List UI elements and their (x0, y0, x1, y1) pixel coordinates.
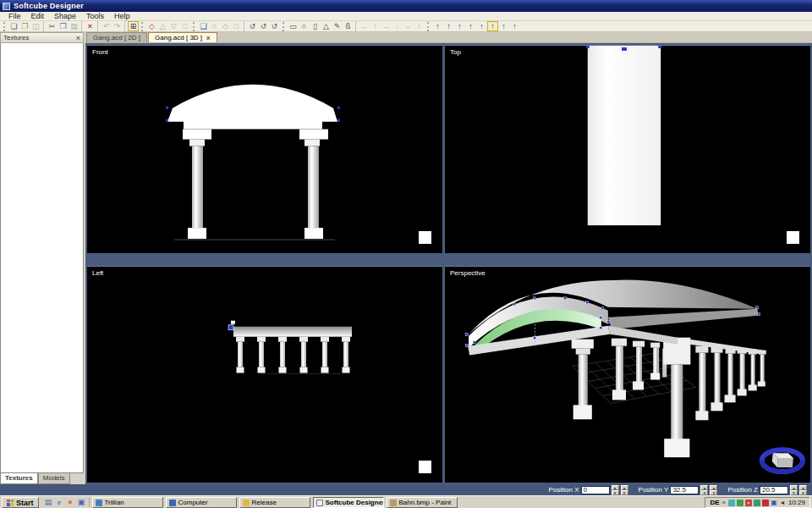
position-fine-spinner[interactable]: ▴▾ (710, 485, 717, 494)
arrow-tool-icon-8[interactable]: ↑ (509, 21, 520, 31)
show-desktop-icon[interactable]: ▤ (44, 498, 53, 507)
redo-icon[interactable]: ↷ (112, 21, 123, 31)
arrow-tool-icon-6[interactable]: ↑ (487, 21, 498, 31)
tab-gang-3d[interactable]: Gang.acd [ 3D ] x (148, 32, 217, 42)
arrow-tool-icon-1[interactable]: ↑ (432, 21, 443, 31)
toolbar-drag-handle[interactable] (283, 22, 285, 31)
align-right-icon[interactable]: → (381, 21, 392, 31)
menu-item[interactable]: Tools (81, 12, 109, 20)
tray-icon-messenger[interactable] (728, 500, 735, 506)
new-icon[interactable]: ❏ (8, 21, 19, 31)
viewport-layout-icon[interactable]: ⊞ (128, 21, 139, 31)
delete-icon[interactable]: × (85, 21, 96, 31)
arrow-tool-icon-7[interactable]: ↑ (498, 21, 509, 31)
textures-list[interactable] (0, 43, 84, 473)
position-coarse-spinner[interactable]: ▴▾ (700, 485, 708, 494)
taskbar-button-computer[interactable]: Computer (166, 497, 237, 508)
arrow-tool-icon-5[interactable]: ↑ (476, 21, 487, 31)
content-area: Textures × Textures Models Gang.acd [ 2D… (0, 32, 812, 484)
paste-icon[interactable]: ▤ (69, 21, 80, 31)
media-player-icon[interactable]: ▣ (77, 498, 86, 507)
orientation-gizmo[interactable] (762, 450, 803, 472)
viewport-perspective[interactable]: Perspective (445, 266, 810, 483)
taskbar-button-softcube-designer[interactable]: Softcube Designer (313, 497, 384, 508)
tab-textures[interactable]: Textures (0, 473, 38, 484)
align-up-icon[interactable]: ↑ (370, 21, 381, 31)
position-coarse-spinner[interactable]: ▴▾ (612, 485, 619, 494)
flip-vertical-icon[interactable]: ↕ (414, 21, 425, 31)
viewport-axis-indicator (787, 231, 799, 244)
loft-icon[interactable]: ○ (209, 21, 220, 31)
box-tool-icon[interactable]: ▭ (288, 21, 299, 31)
toolbar-drag-handle[interactable] (141, 22, 144, 31)
revolve-icon-3[interactable]: ↺ (269, 21, 280, 31)
align-left-icon[interactable]: ← (359, 21, 370, 31)
position-z[interactable] (760, 486, 788, 494)
revolve-icon-2[interactable]: ↺ (258, 21, 269, 31)
tray-collapse-icon[interactable]: « (722, 499, 726, 506)
position-coarse-spinner[interactable]: ▴▾ (790, 485, 798, 494)
arrow-tool-icon-2[interactable]: ↑ (443, 21, 454, 31)
toolbar-drag-handle[interactable] (193, 22, 195, 31)
sphere-tool-icon[interactable]: ○ (299, 21, 310, 31)
menu-item[interactable]: File (3, 12, 26, 20)
task-button-label: Bahn.bmp - Paint (399, 499, 452, 506)
text-tool-icon[interactable]: ß (343, 21, 354, 31)
menu-item[interactable]: Help (109, 12, 135, 20)
arrow-tool-icon-4[interactable]: ↑ (465, 21, 476, 31)
toolbar-drag-handle[interactable] (3, 22, 6, 31)
toolbar-drag-handle[interactable] (427, 22, 430, 31)
tab-gang-2d[interactable]: Gang.acd [ 2D ] (86, 32, 147, 42)
tray-icon-antivirus[interactable] (762, 500, 769, 506)
colonnade-columns (572, 338, 766, 457)
cylinder-tool-icon[interactable]: ▯ (310, 21, 321, 31)
volume-icon[interactable]: ◄ (779, 500, 786, 506)
tab-models[interactable]: Models (38, 473, 70, 484)
close-panel-icon[interactable]: × (76, 34, 80, 42)
position-fine-spinner[interactable]: ▴▾ (799, 485, 807, 494)
network-icon[interactable]: ▣ (771, 500, 777, 506)
cone-tool-icon[interactable]: △ (321, 21, 332, 31)
language-indicator[interactable]: DE (710, 499, 719, 506)
edit-points-icon[interactable]: ◇ (146, 21, 157, 31)
viewport-front[interactable]: Front (87, 45, 442, 253)
extrude-icon[interactable]: ❑ (198, 21, 209, 31)
close-tab-icon[interactable]: x (206, 33, 210, 43)
move-point-icon[interactable]: △ (157, 21, 168, 31)
taskbar-button-trillian[interactable]: Trillian (92, 497, 163, 508)
start-button[interactable]: Start (2, 497, 39, 508)
tray-icon-error[interactable]: × (745, 500, 752, 506)
mirror-icon[interactable]: □ (231, 21, 242, 31)
taskbar-button-paint[interactable]: Bahn.bmp - Paint (387, 497, 458, 508)
taskbar-button-release[interactable]: Release (239, 497, 310, 508)
firefox-icon[interactable]: ● (66, 498, 75, 507)
align-down-icon[interactable]: ↓ (392, 21, 403, 31)
start-button-label: Start (16, 499, 34, 507)
tray-icon-update[interactable] (737, 500, 743, 506)
save-icon[interactable]: ◫ (30, 21, 41, 31)
menu-item[interactable]: Shape (49, 12, 81, 20)
clock[interactable]: 10:29 (788, 499, 805, 506)
undo-icon[interactable]: ↶ (101, 21, 112, 31)
windows-logo-icon (7, 500, 14, 506)
insert-point-icon[interactable]: ▽ (168, 21, 179, 31)
draw-tool-icon[interactable]: ✎ (332, 21, 343, 31)
tray-icon-tool[interactable] (754, 500, 760, 506)
internet-explorer-icon[interactable]: e (55, 498, 64, 507)
revolve-icon-1[interactable]: ↺ (247, 21, 258, 31)
sweep-icon[interactable]: ◇ (220, 21, 231, 31)
position-y[interactable] (670, 486, 699, 494)
delete-point-icon[interactable]: □ (179, 21, 190, 31)
copy-icon[interactable]: ❒ (58, 21, 69, 31)
position-fine-spinner[interactable]: ▴▾ (621, 485, 628, 494)
cut-icon[interactable]: ✂ (47, 21, 58, 31)
task-button-icon (243, 500, 250, 506)
arrow-tool-icon-3[interactable]: ↑ (454, 21, 465, 31)
flip-horizontal-icon[interactable]: ↔ (403, 21, 414, 31)
position-x[interactable] (581, 486, 610, 494)
menu-item[interactable]: Edit (26, 12, 50, 20)
position-field-group: Position Z ▴▾ ▴▾ (721, 485, 807, 494)
viewport-top[interactable]: Top (445, 45, 810, 253)
viewport-left[interactable]: Left (87, 266, 442, 483)
open-icon[interactable]: ❐ (19, 21, 30, 31)
